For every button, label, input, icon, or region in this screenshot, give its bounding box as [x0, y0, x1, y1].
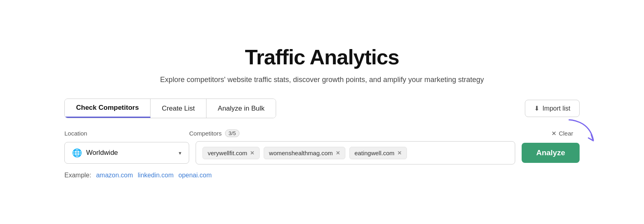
tag-eatingwell-label: eatingwell.com [355, 150, 394, 156]
tag-verywellfit-label: verywellfit.com [208, 150, 247, 156]
location-value: Worldwide [86, 149, 118, 157]
form-labels-row: Location Competitors 3/5 ✕ Clear [64, 129, 580, 137]
competitors-label-group: Competitors 3/5 [189, 129, 551, 137]
tag-womenshealthmag: womenshealthmag.com ✕ [264, 147, 345, 159]
page-subtitle: Explore competitors' website traffic sta… [160, 76, 484, 84]
clear-button[interactable]: ✕ Clear [551, 130, 573, 137]
import-list-button[interactable]: ⬇ Import list [525, 100, 580, 117]
tag-verywellfit: verywellfit.com ✕ [202, 147, 260, 159]
analyze-button-wrapper: Analyze [522, 143, 580, 163]
example-link-amazon[interactable]: amazon.com [96, 172, 133, 179]
tab-create-list[interactable]: Create List [151, 99, 206, 118]
examples-row: Example: amazon.com linkedin.com openai.… [64, 172, 580, 179]
example-label: Example: [64, 172, 91, 179]
tabs-and-import-row: Check Competitors Create List Analyze in… [64, 99, 580, 118]
location-label: Location [64, 130, 189, 137]
tag-womenshealthmag-close[interactable]: ✕ [336, 150, 340, 156]
competitors-count-badge: 3/5 [225, 129, 239, 137]
chevron-down-icon: ▾ [179, 150, 182, 156]
import-icon: ⬇ [534, 105, 539, 112]
tag-verywellfit-close[interactable]: ✕ [250, 150, 254, 156]
import-button-label: Import list [543, 105, 570, 112]
globe-icon: 🌐 [72, 148, 82, 158]
tag-eatingwell-close[interactable]: ✕ [397, 150, 402, 156]
page-wrapper: Traffic Analytics Explore competitors' w… [40, 29, 604, 195]
clear-x-icon: ✕ [551, 130, 557, 137]
example-link-openai[interactable]: openai.com [178, 172, 212, 179]
location-dropdown[interactable]: 🌐 Worldwide ▾ [64, 142, 189, 164]
form-inputs-row: 🌐 Worldwide ▾ verywellfit.com ✕ womenshe… [64, 141, 580, 164]
competitors-label: Competitors [189, 130, 222, 137]
tab-analyze-in-bulk[interactable]: Analyze in Bulk [206, 99, 276, 118]
example-link-linkedin[interactable]: linkedin.com [138, 172, 173, 179]
tag-womenshealthmag-label: womenshealthmag.com [269, 150, 332, 156]
tab-group: Check Competitors Create List Analyze in… [64, 99, 276, 118]
competitors-input-field[interactable]: verywellfit.com ✕ womenshealthmag.com ✕ … [196, 141, 515, 164]
analyze-button[interactable]: Analyze [522, 143, 580, 163]
form-section: Location Competitors 3/5 ✕ Clear 🌐 World… [64, 129, 580, 179]
page-title: Traffic Analytics [245, 45, 399, 69]
tag-eatingwell: eatingwell.com ✕ [349, 147, 407, 159]
tab-check-competitors[interactable]: Check Competitors [65, 99, 151, 118]
clear-label: Clear [559, 130, 573, 137]
